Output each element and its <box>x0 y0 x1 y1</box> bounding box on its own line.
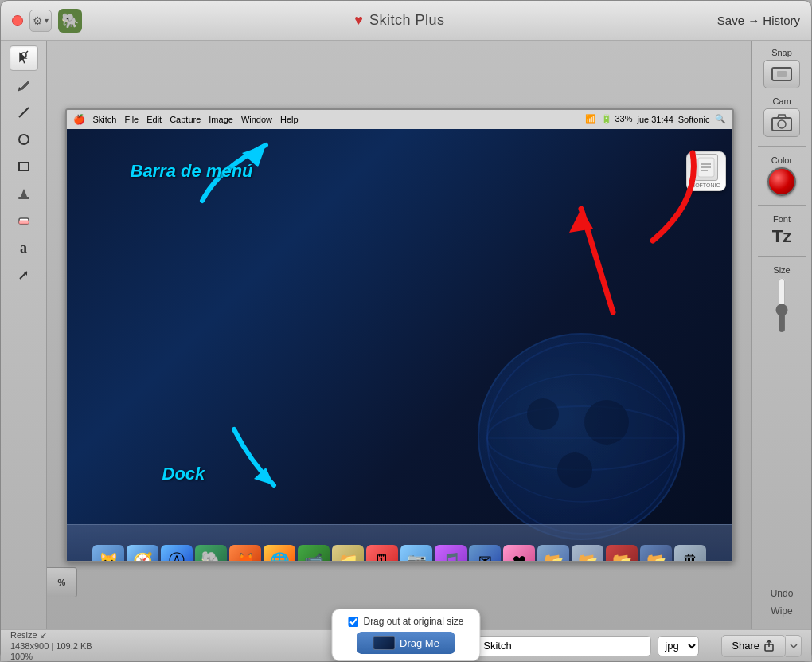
dock-icon-finder2: 📁 <box>332 545 364 562</box>
dock-icon-folder4: 📂 <box>640 545 672 562</box>
share-area: Share <box>721 635 802 657</box>
dock-icon-folder2: 📂 <box>572 545 603 562</box>
dock-icon-heart: ❤ <box>503 545 535 562</box>
apple-logo-icon: 🍎 <box>73 114 85 125</box>
traffic-light-close[interactable] <box>12 15 23 26</box>
pen-tool-button[interactable] <box>10 72 38 98</box>
evernote-elephant-icon[interactable]: 🐘 <box>58 9 82 33</box>
screenshot-background: SOFTONIC <box>67 129 732 562</box>
dock-icon-safari: 🧭 <box>127 545 158 562</box>
left-toolbar: a <box>1 41 47 629</box>
text-tool-button[interactable]: a <box>10 235 38 260</box>
color-picker-button[interactable] <box>767 167 796 196</box>
sidebar-divider-3 <box>758 256 806 257</box>
menubar-image: Image <box>209 115 233 124</box>
dock-icon-chrome: 🌐 <box>264 545 295 562</box>
arrow-tool-button[interactable] <box>10 262 38 288</box>
zoom-percent-badge[interactable]: % <box>47 567 77 597</box>
share-dropdown-button[interactable] <box>786 635 802 657</box>
eraser-tool-button[interactable] <box>10 208 38 233</box>
screenshot-menubar: 🍎 Skitch File Edit Capture Image Window … <box>67 110 732 129</box>
heart-icon: ♥ <box>354 12 363 28</box>
drag-out-label: Drag out at original size <box>363 616 463 627</box>
menubar-help: Help <box>280 115 299 124</box>
cam-button[interactable] <box>763 108 800 137</box>
screenshot-canvas[interactable]: 🍎 Skitch File Edit Capture Image Window … <box>65 108 734 562</box>
dock-icon-calendar: 🗓 <box>366 545 398 562</box>
blue-arrow-dock <box>218 421 298 504</box>
menubar-right: 📶 🔋 33% jue 31:44 Softonic 🔍 <box>585 114 725 124</box>
svg-rect-4 <box>19 163 29 170</box>
label-dock: Dock <box>162 464 205 484</box>
snap-tool-group: Snap <box>752 45 811 91</box>
gear-button[interactable]: ⚙▾ <box>29 10 52 32</box>
globe-watermark <box>478 333 685 540</box>
svg-point-13 <box>527 398 559 430</box>
resize-button[interactable]: Resize ↙ <box>10 630 92 640</box>
svg-rect-25 <box>777 71 787 77</box>
dock-icon-finder: 😺 <box>92 545 124 562</box>
drag-me-button[interactable]: Drag Me <box>357 632 455 654</box>
right-sidebar: Snap Cam <box>751 41 811 629</box>
drag-thumbnail <box>373 636 395 650</box>
svg-marker-23 <box>254 468 274 485</box>
menubar-file: File <box>124 115 139 124</box>
undo-button[interactable]: Undo <box>766 586 798 601</box>
red-arrow-annotation <box>557 193 637 323</box>
dock-icon-facetime: 📹 <box>298 545 330 562</box>
svg-point-3 <box>19 135 29 144</box>
svg-line-2 <box>19 108 29 117</box>
chevron-down-icon <box>790 643 798 649</box>
dock-icon-mail: ✉ <box>469 545 501 562</box>
sidebar-divider-1 <box>758 146 806 147</box>
dock-icon-trash: 🗑 <box>674 545 706 562</box>
dock-icon-skitch: 🐘 <box>195 545 227 562</box>
share-button[interactable]: Share <box>721 635 786 657</box>
svg-rect-5 <box>18 197 29 199</box>
cam-tool-group: Cam <box>752 94 811 139</box>
font-label: Font <box>773 214 791 224</box>
format-select[interactable]: jpg png pdf <box>658 636 699 656</box>
dock-icon-folder3: 📂 <box>606 545 638 562</box>
menubar-edit: Edit <box>146 115 162 124</box>
menubar-skitch: Skitch <box>93 115 117 124</box>
svg-rect-7 <box>19 221 29 224</box>
rect-tool-button[interactable] <box>10 154 38 179</box>
undo-wipe-group: Undo Wipe <box>766 586 798 625</box>
dock-bar: 😺 🧭 Ⓐ 🐘 🦊 🌐 📹 📁 🗓 📷 🎵 ✉ ❤ 📂 <box>67 524 732 562</box>
menubar-window: Window <box>241 115 272 124</box>
svg-point-15 <box>557 452 592 488</box>
svg-marker-21 <box>569 209 593 233</box>
snap-label: Snap <box>771 48 792 57</box>
file-info: 1438x900 | 109.2 KB <box>10 640 92 652</box>
title-bar-left: ⚙▾ 🐘 <box>12 9 82 33</box>
title-bar: ⚙▾ 🐘 ♥ Skitch Plus Save → History <box>1 1 811 41</box>
color-tool-group: Color <box>752 153 811 198</box>
svg-point-27 <box>778 120 786 128</box>
filename-input[interactable] <box>476 636 651 656</box>
dock-icon-itunes: 🎵 <box>435 545 467 562</box>
sidebar-divider-2 <box>758 205 806 206</box>
size-tool-group: Size <box>752 263 811 343</box>
app-title: ♥ Skitch Plus <box>354 12 444 29</box>
drag-out-checkbox[interactable] <box>348 617 358 627</box>
svg-line-1 <box>25 51 28 53</box>
save-history-button[interactable]: Save → History <box>717 14 800 27</box>
wipe-button[interactable]: Wipe <box>766 604 797 618</box>
fill-tool-button[interactable] <box>10 181 38 206</box>
dock-icon-photos: 📷 <box>400 545 432 562</box>
bottom-bar: Resize ↙ 1438x900 | 109.2 KB 100% jpg pn… <box>1 629 811 661</box>
size-slider-container <box>774 277 790 341</box>
select-tool-button[interactable] <box>10 45 38 71</box>
line-tool-button[interactable] <box>10 100 38 125</box>
font-picker-button[interactable]: Tz <box>772 226 791 247</box>
share-icon <box>763 640 775 652</box>
snap-button[interactable] <box>763 60 800 88</box>
dock-icon-firefox: 🦊 <box>229 545 261 562</box>
circle-tool-button[interactable] <box>10 127 38 152</box>
size-slider[interactable] <box>774 277 790 333</box>
cam-label: Cam <box>772 96 791 106</box>
app-window: ⚙▾ 🐘 ♥ Skitch Plus Save → History <box>0 0 812 662</box>
zoom-level: 100% <box>10 652 92 661</box>
menubar-capture: Capture <box>170 115 201 124</box>
